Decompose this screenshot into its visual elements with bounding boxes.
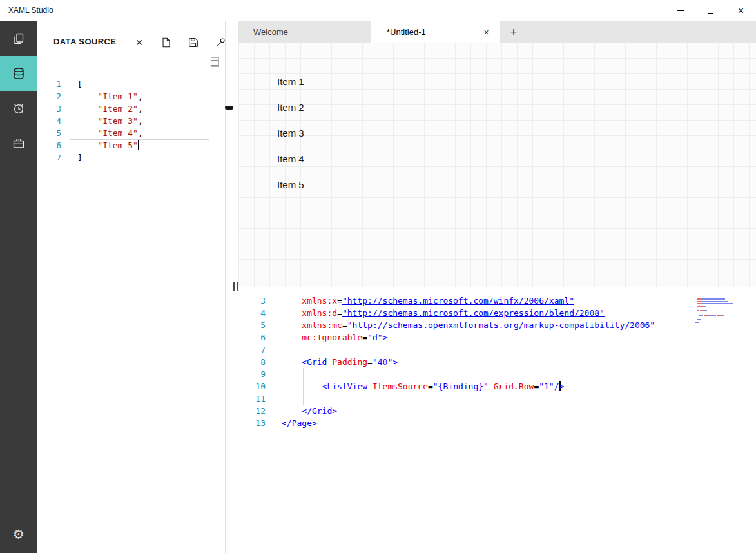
minimap-line [695,310,707,311]
tab-label: *Untitled-1 [387,27,426,37]
line-number: 1 [37,78,61,90]
xaml-line-3[interactable]: 3 xmlns:x="http://schemas.microsoft.com/… [238,297,756,307]
line-number: 10 [238,380,266,393]
preview-list-item[interactable]: Item 2 [277,102,304,115]
maximize-icon [708,8,713,14]
json-line-2[interactable]: 2 "Item 1", [37,90,225,102]
preview-list-item[interactable]: Item 3 [277,128,304,141]
panel-close-button[interactable]: × [130,34,148,52]
minimap[interactable] [695,298,753,335]
line-number: 13 [238,417,266,429]
line-number: 3 [238,297,266,307]
sidebar-item-documents[interactable] [0,21,37,56]
preview-canvas: Item 1Item 2Item 3Item 4Item 5 [238,43,756,287]
save-icon [188,37,199,48]
preview-list-item[interactable]: Item 5 [277,179,304,192]
tab-label: Welcome [253,27,288,37]
line-number: 12 [238,405,266,417]
line-number: 5 [37,127,61,139]
line-number: 7 [238,344,266,356]
json-line-6[interactable]: 6 "Item 5" [37,139,225,151]
maximize-button[interactable] [695,0,726,21]
sidebar-item-toolbox[interactable] [0,126,37,160]
xaml-line-5[interactable]: 5 xmlns:mc="http://schemas.openxmlformat… [238,319,756,331]
text-cursor [138,140,139,150]
sidebar-item-debug[interactable] [0,91,37,126]
xaml-line-12[interactable]: 12 </Grid> [238,405,756,417]
settings-button[interactable]: ⚙ [0,519,37,549]
preview-list-item[interactable]: Item 4 [277,153,304,166]
title-bar: XAML Studio × [0,0,756,21]
briefcase-icon [12,137,25,150]
json-line-1[interactable]: 1[ [37,78,225,90]
xaml-editor[interactable]: 3 xmlns:x="http://schemas.microsoft.com/… [238,297,756,553]
xaml-line-11[interactable]: 11 [238,393,756,405]
gear-icon: ⚙ [13,527,24,542]
xaml-line-10[interactable]: 10 <ListView ItemsSource="{Binding}" Gri… [238,380,756,393]
tab-welcome[interactable]: Welcome [238,21,371,43]
json-line-3[interactable]: 3 "Item 2", [37,102,225,115]
json-editor[interactable]: 1[2 "Item 1",3 "Item 2",4 "Item 3",5 "It… [37,57,225,553]
tab-close-button[interactable]: × [481,26,492,37]
minimap-line [695,315,724,316]
alarm-icon [12,102,25,115]
data-source-panel: DATA SOURCES × 1[2 "Item 1 [37,21,226,553]
tab-bar: Welcome *Untitled-1 × + [238,21,756,43]
minimize-button[interactable] [665,0,695,21]
xaml-line-4[interactable]: 4 xmlns:d="http://schemas.microsoft.com/… [238,307,756,319]
minimap-line [695,306,706,307]
line-number: 6 [37,139,61,151]
panel-title: DATA SOURCES [53,37,117,46]
preview-list-item[interactable]: Item 1 [277,76,304,89]
xaml-line-9[interactable]: 9 [238,368,756,380]
documents-icon [12,32,25,45]
tab-untitled-1[interactable]: *Untitled-1 × [371,21,500,43]
close-icon: × [136,37,143,48]
minimize-icon [677,10,684,11]
line-number: 2 [37,90,61,102]
xaml-line-7[interactable]: 7 [238,344,756,356]
json-line-4[interactable]: 4 "Item 3", [37,115,225,127]
new-file-button[interactable] [157,34,175,52]
panel-splitter-handle[interactable] [225,106,233,110]
minimap-line [695,322,699,323]
xaml-line-8[interactable]: 8 <Grid Padding="40"> [238,356,756,368]
line-number: 8 [238,356,266,368]
sidebar-item-data-source[interactable] [0,56,37,91]
new-file-icon [160,37,172,48]
horizontal-splitter-handle[interactable] [233,282,238,291]
save-button[interactable] [184,34,202,52]
line-number: 4 [238,307,266,319]
line-number: 4 [37,115,61,127]
xaml-line-13[interactable]: 13</Page> [238,417,756,429]
minimap-line [695,319,701,320]
new-tab-button[interactable]: + [505,24,522,41]
minimap-line [695,298,725,300]
app-window: XAML Studio × [0,0,756,553]
window-title: XAML Studio [8,6,53,15]
line-number: 6 [238,331,266,344]
xaml-line-6[interactable]: 6 mc:Ignorable="d"> [238,331,756,344]
line-number: 11 [238,393,266,405]
wrench-icon [215,37,226,48]
line-number: 9 [238,368,266,380]
activity-bar: ⚙ [0,21,37,553]
json-line-5[interactable]: 5 "Item 4", [37,127,225,139]
line-number: 7 [37,151,61,164]
json-line-7[interactable]: 7] [37,151,225,164]
minimap-line [695,301,728,302]
indent-guide [303,368,304,405]
database-icon [12,67,25,80]
line-number: 5 [238,319,266,331]
minimap-line [695,303,733,304]
wrench-button[interactable] [211,34,229,52]
line-number: 3 [37,102,61,115]
window-close-button[interactable]: × [726,0,756,21]
